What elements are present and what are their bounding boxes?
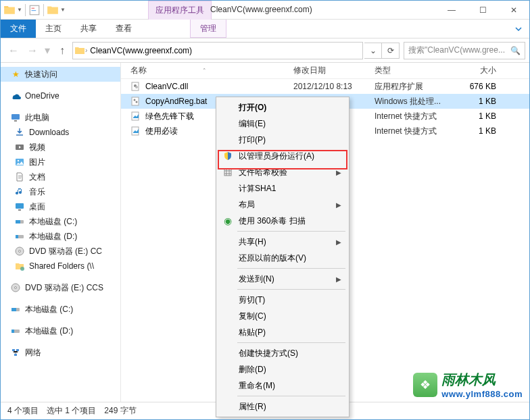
window-controls: — ☐ ✕ [436, 1, 529, 20]
search-box[interactable]: 搜索"CleanVC(www.gree... 🔍 [404, 42, 525, 59]
status-item-count: 4 个项目 [7, 405, 39, 417]
folder-group-icon [47, 4, 59, 16]
ctx-hash[interactable]: 文件哈希校验▶ [218, 164, 347, 180]
svg-rect-3 [11, 114, 20, 120]
ctx-open[interactable]: 打开(O) [218, 99, 347, 115]
minimize-button[interactable]: — [436, 1, 467, 20]
sidebar-label: 快速访问 [25, 69, 57, 80]
refresh-button[interactable]: ⟳ [382, 43, 400, 59]
watermark-brand: 雨林木风 [441, 371, 523, 389]
history-dropdown[interactable]: ▾ [43, 42, 52, 59]
quick-access-toolbar: ▼ ▼ [1, 4, 68, 16]
file-name: CleanVC.dll [145, 82, 188, 91]
address-dropdown-button[interactable]: ⌄ [364, 43, 382, 59]
menu-separator [237, 396, 345, 396]
music-icon [14, 186, 25, 197]
sidebar-item-onedrive[interactable]: OneDrive [1, 88, 120, 103]
sidebar-item-network[interactable]: 网络 [1, 345, 120, 360]
ctx-layout[interactable]: 布局▶ [218, 196, 347, 213]
ctx-share[interactable]: 共享(H)▶ [218, 234, 347, 250]
col-date[interactable]: 修改日期 [293, 65, 375, 76]
tab-manage[interactable]: 管理 [190, 20, 226, 38]
svg-point-30 [134, 99, 136, 101]
svg-point-31 [136, 101, 138, 103]
ribbon-expand-icon[interactable] [508, 20, 529, 38]
file-icon [130, 81, 141, 92]
ctx-360scan[interactable]: ◉使用 360杀毒 扫描 [218, 213, 347, 229]
close-button[interactable]: ✕ [498, 1, 529, 20]
sidebar-label: 此电脑 [25, 112, 49, 124]
path-segment[interactable]: CleanVC(www.greenxf.com) [87, 46, 195, 55]
cloud-icon [10, 90, 21, 101]
svg-rect-2 [31, 10, 36, 11]
tab-share[interactable]: 共享 [71, 20, 106, 38]
ctx-restore[interactable]: 还原以前的版本(V) [218, 250, 347, 266]
ctx-rename[interactable]: 重命名(M) [218, 377, 347, 394]
ctx-shortcut[interactable]: 创建快捷方式(S) [218, 345, 347, 361]
ctx-cut[interactable]: 剪切(T) [218, 292, 347, 308]
tab-file[interactable]: 文件 [1, 20, 36, 38]
back-button[interactable]: ← [5, 42, 22, 59]
col-name[interactable]: 名称 ˄ [121, 65, 293, 76]
sidebar-item-quick-access[interactable]: ★快速访问 [1, 67, 120, 82]
360-icon: ◉ [222, 215, 233, 226]
sidebar-item-dvd-e2[interactable]: DVD 驱动器 (E:) CCS [1, 280, 120, 295]
ctx-edit[interactable]: 编辑(E) [218, 115, 347, 132]
file-size: 1 KB [456, 111, 503, 121]
sidebar-item-disk-d[interactable]: 本地磁盘 (D:) [1, 229, 120, 244]
properties-icon[interactable] [28, 4, 41, 16]
shield-icon [222, 151, 233, 161]
ctx-sendto[interactable]: 发送到(N)▶ [218, 271, 347, 287]
sidebar-item-pictures[interactable]: 图片 [1, 155, 120, 169]
column-headers: 名称 ˄ 修改日期 类型 大小 [121, 63, 529, 79]
file-name: 使用必读 [145, 126, 178, 137]
sidebar-item-downloads[interactable]: Downloads [1, 125, 120, 140]
sidebar-item-desktop[interactable]: 桌面 [1, 199, 120, 214]
col-type[interactable]: 类型 [375, 65, 456, 76]
sidebar-item-videos[interactable]: 视频 [1, 140, 120, 155]
sidebar-label: 文档 [29, 172, 45, 183]
sidebar-item-disk-d2[interactable]: 本地磁盘 (D:) [1, 323, 120, 338]
sidebar-label: 网络 [25, 347, 41, 359]
file-size: 676 KB [456, 82, 503, 91]
file-size: 1 KB [456, 126, 503, 136]
file-type: Internet 快捷方式 [375, 111, 456, 122]
sidebar-item-documents[interactable]: 文档 [1, 169, 120, 184]
address-bar[interactable]: › CleanVC(www.greenxf.com) [72, 42, 363, 59]
sidebar-item-disk-c2[interactable]: 本地磁盘 (C:) [1, 302, 120, 317]
file-icon [130, 126, 141, 136]
submenu-arrow-icon: ▶ [336, 238, 341, 246]
sidebar-item-thispc[interactable]: 此电脑 [1, 110, 120, 125]
dvd-icon [10, 282, 21, 293]
maximize-button[interactable]: ☐ [467, 1, 498, 20]
star-icon: ★ [10, 69, 21, 80]
tab-view[interactable]: 查看 [106, 20, 141, 38]
ctx-run-as-admin[interactable]: 以管理员身份运行(A) [218, 148, 347, 164]
watermark-url: www.ylmf888.com [441, 389, 523, 399]
ctx-sha1[interactable]: 计算SHA1 [218, 180, 347, 196]
ribbon-context-label: 应用程序工具 [155, 5, 204, 16]
qat-overflow-icon[interactable]: ▼ [60, 7, 66, 13]
sidebar-label: 音乐 [29, 186, 45, 198]
sidebar-item-music[interactable]: 音乐 [1, 184, 120, 199]
ctx-paste[interactable]: 粘贴(P) [218, 324, 347, 340]
ctx-print[interactable]: 打印(P) [218, 132, 347, 148]
qat-dropdown-icon[interactable]: ▼ [17, 7, 22, 13]
svg-rect-23 [12, 349, 15, 351]
svg-rect-8 [16, 203, 24, 209]
tab-home[interactable]: 主页 [36, 20, 71, 38]
menu-separator [237, 342, 345, 343]
ctx-copy[interactable]: 复制(C) [218, 308, 347, 324]
file-row[interactable]: CleanVC.dll2012/12/10 8:13应用程序扩展676 KB [121, 79, 529, 94]
up-button[interactable]: ↑ [53, 42, 71, 59]
svg-rect-29 [132, 97, 139, 105]
forward-button[interactable]: → [24, 42, 41, 59]
sidebar-item-disk-c[interactable]: 本地磁盘 (C:) [1, 214, 120, 229]
ribbon-context-tab: 应用程序工具 [148, 1, 212, 20]
ctx-label: 布局 [239, 199, 255, 211]
sidebar-item-shared[interactable]: Shared Folders (\\ [1, 259, 120, 273]
ctx-properties[interactable]: 属性(R) [218, 398, 347, 415]
sidebar-item-dvd-e[interactable]: DVD 驱动器 (E:) CC [1, 244, 120, 259]
ctx-delete[interactable]: 删除(D) [218, 361, 347, 377]
col-size[interactable]: 大小 [456, 65, 503, 76]
